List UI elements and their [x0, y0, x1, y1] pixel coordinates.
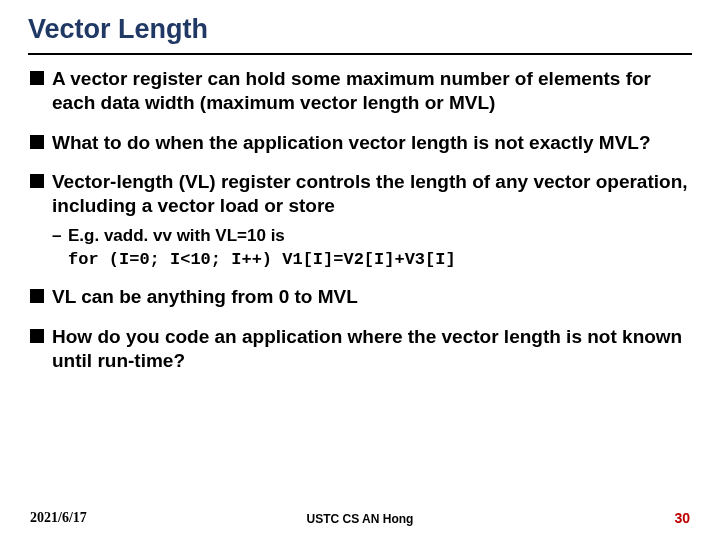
slide-title: Vector Length — [28, 14, 692, 45]
bullet-item: Vector-length (VL) register controls the… — [30, 170, 690, 270]
bullet-item: A vector register can hold some maximum … — [30, 67, 690, 116]
code-line: for (I=0; I<10; I++) V1[I]=V2[I]+V3[I] — [52, 249, 690, 271]
bullet-item: VL can be anything from 0 to MVL — [30, 285, 690, 309]
footer-page-number: 30 — [674, 510, 690, 526]
bullet-item: How do you code an application where the… — [30, 325, 690, 374]
sub-bullet-item: E.g. vadd. vv with VL=10 is — [52, 225, 690, 247]
slide: Vector Length A vector register can hold… — [0, 0, 720, 540]
title-divider — [28, 53, 692, 55]
footer-center: USTC CS AN Hong — [30, 512, 690, 526]
sub-bullet-list: E.g. vadd. vv with VL=10 is — [52, 225, 690, 247]
bullet-item: What to do when the application vector l… — [30, 131, 690, 155]
bullet-text: Vector-length (VL) register controls the… — [52, 171, 688, 216]
bullet-list: A vector register can hold some maximum … — [30, 67, 690, 373]
